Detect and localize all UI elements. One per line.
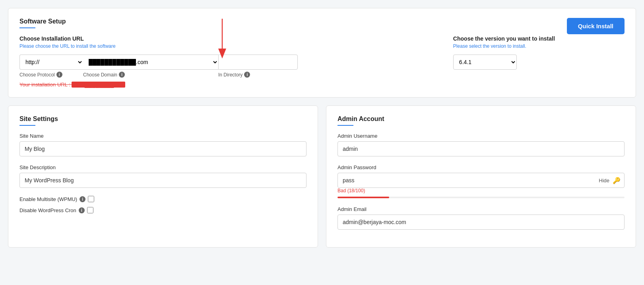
site-settings-title: Site Settings: [19, 115, 306, 123]
version-title: Choose the version you want to install: [453, 35, 555, 42]
password-strength-text: Bad (18/100): [338, 188, 625, 193]
svg-marker-1: [218, 49, 226, 59]
site-settings-card: Site Settings Site Name Site Description…: [8, 105, 318, 248]
admin-email-label: Admin Email: [338, 206, 625, 212]
installation-url-display: Your installation URL : http://████████.…: [19, 82, 421, 88]
admin-email-input[interactable]: [338, 215, 625, 230]
version-section: Choose the version you want to install P…: [453, 35, 555, 70]
domain-label: Choose Domain i: [83, 72, 218, 78]
admin-account-title: Admin Account: [338, 115, 625, 123]
directory-input[interactable]: [218, 55, 298, 70]
site-name-input[interactable]: [19, 141, 306, 156]
site-description-label: Site Description: [19, 164, 306, 170]
admin-account-card: Admin Account Admin Username Admin Passw…: [326, 105, 636, 248]
admin-password-input[interactable]: [338, 173, 625, 188]
enable-multisite-checkbox[interactable]: [88, 196, 94, 202]
password-strength-bar: [338, 197, 389, 198]
cron-info-icon[interactable]: i: [79, 207, 85, 213]
red-arrow: [214, 19, 230, 59]
password-strength-bar-container: [338, 197, 625, 198]
version-select[interactable]: 6.4.1 6.4.0 6.3.2 6.3.1: [453, 55, 517, 70]
admin-username-label: Admin Username: [338, 133, 625, 139]
domain-info-icon[interactable]: i: [119, 72, 125, 78]
password-hide-link[interactable]: Hide: [599, 178, 609, 183]
enable-multisite-row: Enable Multisite (WPMU) i: [19, 196, 306, 202]
software-setup-title: Software Setup: [19, 18, 555, 25]
admin-username-input[interactable]: [338, 141, 625, 156]
directory-label: In Directory i: [218, 72, 298, 78]
site-name-label: Site Name: [19, 133, 306, 139]
key-icon: 🔑: [613, 177, 621, 184]
protocol-select[interactable]: http:// https://: [19, 55, 83, 70]
directory-info-icon[interactable]: i: [244, 72, 250, 78]
admin-password-label: Admin Password: [338, 164, 625, 170]
quick-install-button[interactable]: Quick Install: [567, 18, 625, 34]
protocol-label: Choose Protocol i: [19, 72, 83, 78]
disable-cron-row: Disable WordPress Cron i: [19, 207, 306, 213]
protocol-info-icon[interactable]: i: [56, 72, 62, 78]
domain-select[interactable]: ████████████.com: [83, 55, 218, 70]
multisite-info-icon[interactable]: i: [80, 196, 85, 202]
site-description-input[interactable]: [19, 173, 306, 188]
version-subtitle: Please select the version to install.: [453, 43, 555, 49]
disable-cron-checkbox[interactable]: [87, 207, 93, 213]
